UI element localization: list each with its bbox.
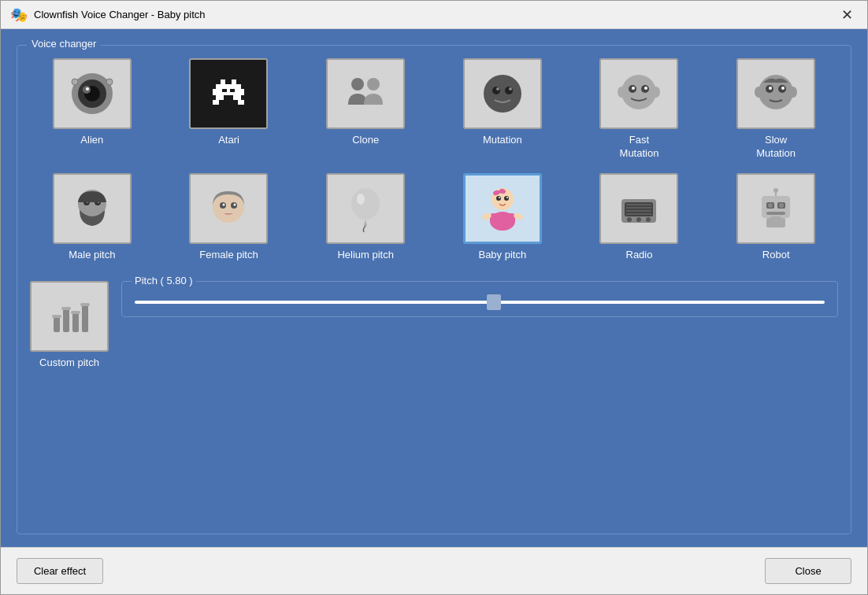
svg-rect-80 [771,216,781,220]
custom-pitch-item[interactable]: Custom pitch [30,281,109,370]
svg-rect-83 [72,312,79,332]
voice-icon-atari [189,58,268,129]
svg-rect-15 [222,89,227,92]
svg-point-70 [646,217,651,222]
svg-point-22 [496,87,499,91]
voice-item-atari[interactable]: Atari [167,58,291,161]
voice-changer-group: Voice changer [17,45,851,534]
voice-label-male-pitch: Male pitch [69,249,115,262]
voice-label-slow-mutation: SlowMutation [756,134,796,161]
voice-label-baby-pitch: Baby pitch [478,249,526,262]
svg-point-23 [509,87,512,91]
svg-rect-59 [490,213,515,224]
voice-icon-alien [53,58,132,129]
voice-item-fast-mutation[interactable]: FastMutation [577,58,702,161]
svg-point-6 [106,79,113,85]
voice-label-female-pitch: Female pitch [199,249,258,262]
svg-point-24 [621,75,656,109]
svg-point-17 [351,78,364,91]
bottom-row: Custom pitch Pitch ( 5.80 ) [30,281,838,370]
slider-thumb[interactable] [487,294,501,310]
svg-point-48 [351,188,380,220]
svg-point-20 [492,87,500,94]
voice-item-baby-pitch[interactable]: Baby pitch [440,173,565,262]
voice-icon-radio [599,173,678,244]
svg-point-19 [484,75,521,113]
svg-point-53 [498,190,501,194]
app-icon: 🎭 [10,6,28,24]
svg-point-49 [357,194,365,205]
svg-point-46 [223,203,225,205]
svg-point-78 [773,188,778,193]
svg-rect-84 [82,305,88,332]
svg-rect-88 [80,303,90,306]
svg-rect-9 [216,84,241,89]
svg-point-68 [627,217,632,222]
main-content: Voice changer [1,29,867,547]
voice-label-clone: Clone [352,134,379,147]
svg-point-56 [499,197,500,198]
voice-item-clone[interactable]: Clone [303,58,428,161]
voice-item-robot[interactable]: Robot [714,173,838,262]
voice-grid: Alien [30,58,838,262]
voice-label-helium-pitch: Helium pitch [337,249,394,262]
footer: Clear effect Close [1,547,867,594]
voice-item-male-pitch[interactable]: Male pitch [30,173,154,262]
voice-label-fast-mutation: FastMutation [620,134,659,161]
svg-point-34 [769,87,772,90]
pitch-slider-box: Pitch ( 5.80 ) [121,281,838,317]
title-bar-left: 🎭 Clownfish Voice Changer - Baby pitch [10,6,206,24]
svg-point-21 [505,87,513,94]
svg-point-69 [636,217,641,222]
svg-rect-82 [63,309,69,332]
clear-effect-button[interactable]: Clear effect [17,558,103,584]
voice-icon-baby-pitch [463,173,542,244]
voice-item-mutation[interactable]: Mutation [440,58,565,161]
voice-label-atari: Atari [218,134,239,147]
svg-point-54 [496,196,501,201]
title-bar: 🎭 Clownfish Voice Changer - Baby pitch ✕ [1,1,867,29]
svg-rect-76 [766,212,785,215]
voice-item-alien[interactable]: Alien [30,58,154,161]
svg-point-57 [506,197,508,198]
voice-label-radio: Radio [626,249,653,262]
svg-rect-86 [61,307,71,310]
svg-rect-87 [71,311,80,314]
svg-point-37 [789,87,797,98]
svg-point-28 [644,87,647,90]
app-window: 🎭 Clownfish Voice Changer - Baby pitch ✕… [0,0,868,595]
svg-point-27 [632,87,635,90]
svg-rect-10 [213,89,244,95]
svg-point-4 [86,87,89,91]
voice-icon-custom-pitch [30,281,109,352]
svg-rect-8 [232,79,236,84]
voice-label-custom-pitch: Custom pitch [39,357,99,370]
voice-item-female-pitch[interactable]: Female pitch [167,173,291,262]
svg-point-18 [367,78,380,91]
svg-point-35 [781,87,785,90]
svg-rect-7 [221,79,225,84]
group-label: Voice changer [27,38,101,50]
svg-rect-12 [233,95,241,100]
voice-label-robot: Robot [762,249,790,262]
svg-point-30 [652,87,660,98]
voice-icon-robot [736,173,815,244]
close-button[interactable]: Close [765,558,851,584]
svg-rect-85 [52,315,61,318]
pitch-slider-label: Pitch ( 5.80 ) [132,275,196,286]
svg-point-75 [779,203,784,208]
voice-item-helium-pitch[interactable]: Helium pitch [303,173,428,262]
voice-icon-slow-mutation [736,58,815,129]
voice-item-radio[interactable]: Radio [577,173,702,262]
voice-item-slow-mutation[interactable]: SlowMutation [714,58,838,161]
svg-point-5 [72,79,78,85]
svg-point-74 [768,203,773,208]
svg-rect-81 [54,316,60,332]
svg-point-55 [504,196,509,201]
svg-rect-13 [213,100,219,105]
svg-point-29 [618,87,625,98]
svg-point-36 [755,87,762,98]
slider-track[interactable] [135,301,825,304]
close-window-button[interactable]: ✕ [836,6,858,24]
voice-icon-helium-pitch [326,173,405,244]
